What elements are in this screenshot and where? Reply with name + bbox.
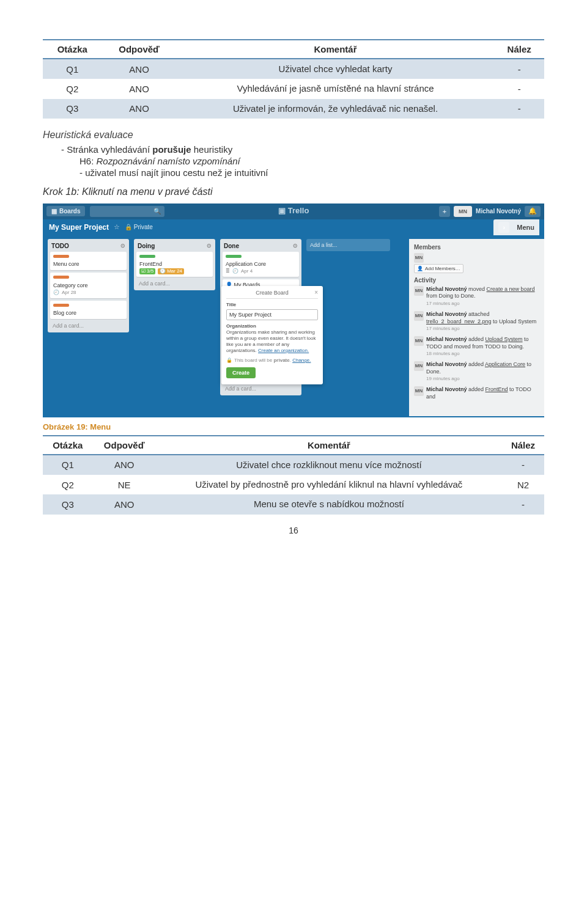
clock-icon: 🕘 [232,268,238,274]
description-icon: ≣ [226,268,230,274]
card-label [226,255,242,258]
krok-title: Krok 1b: Kliknutí na menu v pravé části [43,186,544,197]
heuristic-line: Stránka vyhledávání porušuje heuristiky [61,144,544,155]
privacy-indicator[interactable]: 🔒 Private [125,224,153,230]
activity-avatar: MN [414,311,424,321]
clock-icon: 🕘 [160,268,166,274]
heuristic-heading: Heuristická evaluace [43,130,544,141]
card[interactable]: FrontEnd ☑3/5 🕘Mar 24 [136,252,213,277]
trello-screenshot: ▦ Boards 🔍 ▣ Trello + MN Michal Novotný … [43,204,544,417]
title-field-label: Title [226,302,318,308]
list-doing: Doing⊙ FrontEnd ☑3/5 🕘Mar 24 Add a card.… [134,239,215,291]
boards-button[interactable]: ▦ Boards [46,206,85,216]
create-button[interactable]: Create [226,367,256,378]
activity-link[interactable]: FrontEnd [485,386,508,392]
plus-icon: + [443,208,446,215]
th-komentar: Komentář [156,436,502,455]
member-avatar[interactable]: MN [414,253,424,263]
activity-link[interactable]: Application Core [485,361,525,367]
card-label [53,276,69,279]
activity-item: MN Michal Novotný attached trello_2_boar… [414,311,539,332]
organization-label: Organization [226,323,318,329]
table-row: Q2 NE Uživatel by přednostně pro vyhledá… [43,475,544,494]
add-card-link[interactable]: Add a card... [136,279,213,288]
close-icon[interactable]: × [314,289,318,297]
user-name[interactable]: Michal Novotný [476,208,521,215]
th-odpoved: Odpověď [102,40,176,59]
list-menu-icon[interactable]: ⊙ [293,243,298,249]
add-card-link[interactable]: Add a card... [50,321,127,330]
list-title[interactable]: TODO [51,243,69,249]
add-card-link[interactable]: Add a card... [223,384,299,393]
activity-avatar: MN [414,336,424,346]
card-label [139,255,155,258]
search-icon: 🔍 [153,208,161,215]
heuristic-sub1: H6: Rozpoznávání namísto vzpomínání [79,156,544,166]
trello-logo[interactable]: ▣ Trello [278,206,309,215]
table-heuristic-2: Otázka Odpověď Komentář Nález Q1 ANO Uži… [43,435,544,515]
activity-link[interactable]: trello_2_board_new_2.png [426,318,492,324]
table-row: Q3 ANO Menu se otevře s nabídkou možnost… [43,494,544,514]
board-title[interactable]: My Super Project [49,223,109,232]
card-label [53,255,69,258]
th-komentar: Komentář [177,40,495,59]
card[interactable]: Application Core ≣🕘Apr 4 [223,252,299,277]
activity-avatar: MN [414,361,424,371]
page-number: 16 [43,526,544,535]
dialog-title: Create Board [256,290,289,296]
activity-avatar: MN [414,286,424,296]
trello-topbar: ▦ Boards 🔍 ▣ Trello + MN Michal Novotný … [43,204,544,219]
list-title[interactable]: Done [224,243,239,249]
th-otazka: Otázka [43,40,102,59]
activity-item: MN Michal Novotný added Application Core… [414,361,539,383]
figure-caption: Obrázek 19: Menu [43,422,544,431]
clock-icon: 🕘 [53,290,59,296]
activity-item: MN Michal Novotný moved Create a new boa… [414,286,539,307]
lock-icon: 🔒 [125,224,132,230]
board-title-input[interactable] [226,309,318,320]
boards-icon: ▦ [51,208,57,215]
activity-item: MN Michal Novotný added FrontEnd to TODO… [414,386,539,400]
activity-link[interactable]: Create a new board [487,286,535,292]
menu-panel: Members MN 👤Add Members… Activity MN Mic… [409,239,544,416]
list-title[interactable]: Doing [138,243,155,249]
add-list-button[interactable]: Add a list... [306,239,390,251]
list-todo: TODO⊙ Menu core Category core 🕘Apr 28 Bl… [48,239,129,333]
heuristic-sub2: - uživatel musí najít jinou cestu než je… [79,167,544,178]
checklist-icon: ☑ [141,268,146,274]
create-board-dialog: Create Board× Title Organization Organiz… [221,286,323,384]
board-header: My Super Project ☆ 🔒 Private › Menu [43,219,544,235]
search-input[interactable]: 🔍 [90,206,164,217]
table-row: Q3 ANO Uživatel je informován, že vyhled… [43,99,544,119]
th-nalez: Nález [502,436,544,455]
organization-text: Organizations make sharing and working w… [226,329,318,354]
list-menu-icon[interactable]: ⊙ [120,243,125,249]
chevron-right-icon: › [498,222,509,233]
card-label [53,304,69,307]
topbar-right: + MN Michal Novotný 🔔 [439,206,541,217]
table-row: Q1 ANO Uživatel chce rozkliknout menu ví… [43,455,544,475]
members-heading: Members [414,244,539,251]
notifications-button[interactable]: 🔔 [525,206,541,217]
trello-icon: ▣ [278,206,286,215]
th-otazka: Otázka [43,436,93,455]
change-privacy-link[interactable]: Change. [292,358,311,363]
star-icon[interactable]: ☆ [114,223,120,231]
user-avatar[interactable]: MN [454,206,472,217]
privacy-note: 🔒This board will be private. Change. [226,358,318,364]
lock-icon: 🔒 [226,358,232,364]
activity-link[interactable]: Upload System [485,336,523,342]
list-menu-icon[interactable]: ⊙ [207,243,212,249]
card[interactable]: Menu core [50,252,127,271]
table-heuristic-1: Otázka Odpověď Komentář Nález Q1 ANO Uži… [43,39,544,119]
th-odpoved: Odpověď [93,436,156,455]
card[interactable]: Category core 🕘Apr 28 [50,273,127,298]
activity-item: MN Michal Novotný added Upload System to… [414,336,539,358]
create-button[interactable]: + [439,206,450,217]
menu-button[interactable]: › Menu [493,219,539,235]
table-row: Q2 ANO Vyhledávání je jasně umístěné na … [43,79,544,98]
add-members-button[interactable]: 👤Add Members… [414,264,463,273]
card[interactable]: Blog core [50,301,127,320]
activity-heading: Activity [414,277,539,284]
create-org-link[interactable]: Create an organization. [258,348,309,353]
